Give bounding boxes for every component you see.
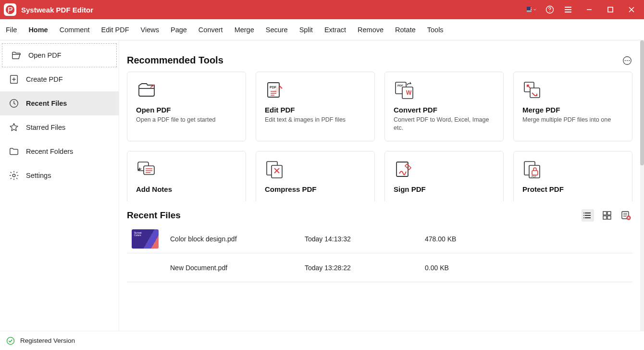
titlebar: Systweak PDF Editor: [0, 0, 644, 19]
maximize-button[interactable]: [606, 5, 615, 14]
sidebar-item-label: Starred Files: [26, 124, 65, 131]
tool-desc: Edit text & images in PDF files: [265, 116, 366, 124]
tool-desc: Merge multiple PDF files into one: [522, 116, 623, 124]
close-button[interactable]: [627, 5, 636, 14]
file-time: Today 13:28:22: [305, 264, 425, 272]
sidebar-item-create-pdf[interactable]: Create PDF: [0, 67, 119, 91]
svg-text:PDF: PDF: [532, 175, 536, 178]
sidebar-item-label: Open PDF: [28, 51, 62, 59]
tool-title: Protect PDF: [522, 185, 623, 193]
svg-rect-34: [607, 216, 611, 219]
menu-views[interactable]: Views: [141, 26, 159, 34]
clear-list-button[interactable]: [620, 209, 632, 222]
svg-text:PDF: PDF: [270, 86, 277, 89]
tool-desc: Open a PDF file to get started: [136, 116, 237, 124]
sidebar-item-label: Create PDF: [26, 75, 63, 83]
tool-add-notes[interactable]: Add Notes: [127, 151, 246, 201]
minimize-button[interactable]: [584, 5, 594, 14]
menu-split[interactable]: Split: [299, 26, 313, 34]
menu-home[interactable]: Home: [28, 26, 48, 34]
chevron-down-icon: [533, 7, 536, 12]
sidebar-item-label: Settings: [26, 172, 51, 179]
tool-sign-pdf[interactable]: Sign PDF: [384, 151, 504, 201]
merge-pdf-icon: [522, 81, 623, 102]
star-icon: [9, 122, 19, 133]
file-thumbnail: [132, 229, 159, 249]
menu-convert[interactable]: Convert: [198, 26, 223, 34]
svg-point-29: [583, 215, 584, 216]
tool-title: Compress PDF: [265, 185, 366, 193]
tool-desc: Convert PDF to Word, Excel, Image etc.: [394, 116, 495, 132]
edit-pdf-icon: PDF: [265, 81, 366, 102]
recent-file-row[interactable]: New Document.pdf Today 13:28:22 0.00 KB: [127, 253, 632, 282]
recent-files-title: Recent Files: [127, 210, 181, 221]
gear-icon: [9, 170, 19, 181]
sidebar-item-recent-files[interactable]: Recent Files: [0, 91, 119, 115]
main-content: Recommended Tools Open PDF Open a PDF fi…: [119, 40, 644, 331]
svg-rect-32: [607, 212, 611, 215]
app-logo: [4, 3, 16, 16]
tool-protect-pdf[interactable]: PDF Protect PDF: [513, 151, 632, 201]
file-size: 478.00 KB: [425, 235, 632, 243]
more-button[interactable]: [622, 55, 632, 66]
menu-tools[interactable]: Tools: [427, 26, 444, 34]
list-clear-icon: [621, 211, 631, 220]
tool-compress-pdf[interactable]: Compress PDF: [256, 151, 375, 201]
recent-files-list: Color block design.pdf Today 14:13:32 47…: [127, 225, 632, 282]
help-button[interactable]: [545, 5, 555, 14]
tool-convert-pdf[interactable]: PDFW Convert PDF Convert PDF to Word, Ex…: [384, 72, 504, 141]
recommended-tools-title: Recommended Tools: [127, 55, 223, 66]
list-icon: [583, 211, 592, 220]
folder-open-icon: [11, 50, 22, 61]
menu-remove[interactable]: Remove: [358, 26, 384, 34]
sidebar-item-label: Recent Files: [26, 100, 67, 107]
sidebar-item-open-pdf[interactable]: Open PDF: [2, 43, 117, 67]
scrollbar-thumb[interactable]: [640, 40, 644, 165]
sidebar-item-settings[interactable]: Settings: [0, 163, 119, 188]
svg-point-2: [549, 11, 550, 12]
more-horizontal-icon: [622, 55, 632, 66]
svg-point-6: [12, 174, 15, 177]
tool-merge-pdf[interactable]: Merge PDF Merge multiple PDF files into …: [513, 72, 632, 141]
file-name: New Document.pdf: [170, 264, 305, 272]
file-time: Today 14:13:32: [305, 235, 425, 243]
svg-rect-3: [608, 7, 613, 12]
list-view-button[interactable]: [582, 209, 594, 222]
menu-rotate[interactable]: Rotate: [395, 26, 416, 34]
grid-view-button[interactable]: [601, 209, 613, 222]
tool-title: Sign PDF: [394, 185, 495, 193]
menu-extract[interactable]: Extract: [324, 26, 346, 34]
language-selector[interactable]: [527, 5, 536, 14]
tool-edit-pdf[interactable]: PDF Edit PDF Edit text & images in PDF f…: [256, 72, 375, 141]
sidebar-item-starred-files[interactable]: Starred Files: [0, 115, 119, 139]
menu-edit-pdf[interactable]: Edit PDF: [101, 26, 129, 34]
menu-file[interactable]: File: [6, 26, 17, 34]
scrollbar[interactable]: [640, 40, 644, 331]
help-icon: [545, 5, 555, 14]
tool-title: Merge PDF: [522, 106, 623, 114]
menu-comment[interactable]: Comment: [60, 26, 90, 34]
menu-merge[interactable]: Merge: [235, 26, 254, 34]
svg-rect-31: [603, 212, 607, 215]
folder-icon: [9, 146, 19, 157]
svg-text:PDF: PDF: [397, 84, 403, 87]
menu-secure[interactable]: Secure: [266, 26, 288, 34]
svg-text:W: W: [406, 89, 412, 96]
svg-rect-20: [144, 166, 154, 175]
add-notes-icon: [136, 160, 237, 181]
svg-point-8: [625, 60, 626, 61]
statusbar: Registered Version: [0, 331, 644, 350]
svg-rect-33: [603, 216, 607, 219]
hamburger-icon: [564, 5, 572, 14]
tool-title: Open PDF: [136, 106, 237, 114]
tool-open-pdf[interactable]: Open PDF Open a PDF file to get started: [127, 72, 246, 141]
menu-page[interactable]: Page: [171, 26, 187, 34]
svg-point-28: [583, 212, 584, 213]
check-circle-icon: [6, 336, 15, 346]
recent-file-row[interactable]: Color block design.pdf Today 14:13:32 47…: [127, 225, 632, 253]
hamburger-menu-button[interactable]: [563, 5, 573, 14]
minimize-icon: [586, 6, 593, 13]
sidebar-item-recent-folders[interactable]: Recent Folders: [0, 139, 119, 163]
menubar: File Home Comment Edit PDF Views Page Co…: [0, 19, 644, 40]
app-title: Systweak PDF Editor: [21, 6, 527, 14]
